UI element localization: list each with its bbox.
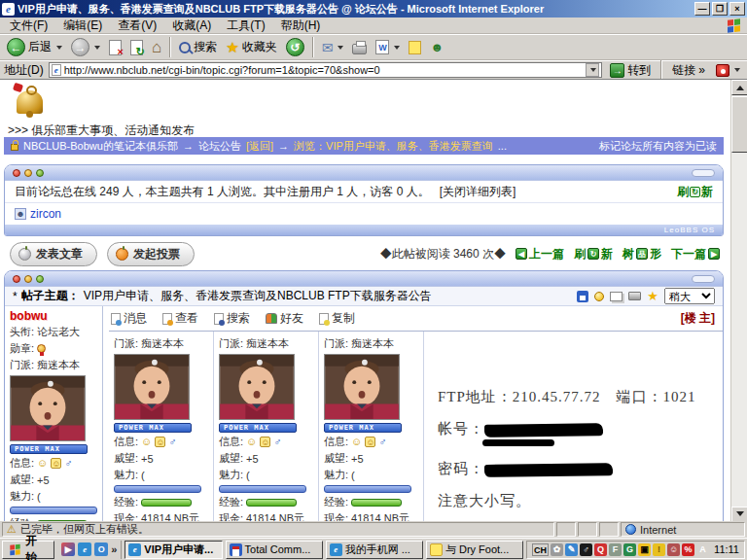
history-button[interactable]: ↺	[283, 37, 307, 57]
smiley-card-icon[interactable]: ☺	[155, 437, 165, 447]
smiley-icon[interactable]: ☺	[37, 458, 48, 469]
refresh-topic-link[interactable]: 刷 ↻ 新	[574, 246, 613, 262]
smiley-card-icon[interactable]: ☺	[260, 437, 270, 447]
copy-button[interactable]: 复制	[319, 310, 355, 327]
view-count: ◆此帖被阅读 3460 次◆	[380, 246, 506, 262]
back-dropdown-icon[interactable]	[56, 46, 62, 50]
search-posts-button[interactable]: 搜索	[214, 310, 250, 327]
mark-all-read-link[interactable]: 标记论坛所有内容为已读	[599, 139, 717, 154]
next-topic-link[interactable]: 下一篇 ▶	[671, 246, 720, 262]
print-button[interactable]	[349, 40, 370, 55]
minimize-button[interactable]: —	[694, 2, 710, 16]
font-size-select[interactable]: 稍大	[664, 288, 715, 304]
flower-tray-icon[interactable]: ✿	[551, 543, 563, 556]
close-button[interactable]: ×	[729, 2, 745, 16]
save-post-icon[interactable]	[577, 291, 588, 302]
tree-view-link[interactable]: 树 品 形	[622, 246, 661, 262]
author-name[interactable]: bobwu	[10, 309, 97, 323]
home-button[interactable]: ⌂	[149, 38, 164, 56]
notes-button[interactable]	[406, 40, 424, 55]
refresh-button[interactable]: ↻	[127, 39, 146, 56]
stop-button[interactable]: ×	[106, 39, 124, 56]
snagit-dropdown-icon[interactable]	[734, 68, 740, 72]
messenger-tray-icon[interactable]: ♂	[580, 543, 592, 556]
account-line: 帐号：	[438, 420, 719, 446]
media-player-icon[interactable]: ▶	[61, 542, 75, 556]
snagit-button[interactable]	[713, 63, 743, 78]
task-button-ie-vip[interactable]: e VIP用户申请...	[124, 541, 222, 559]
refresh-list-link[interactable]: 刷 ↻ 新	[677, 184, 713, 200]
start-button[interactable]: 开始	[2, 541, 54, 559]
smiley-tray-icon[interactable]: ☺	[667, 543, 680, 556]
prev-topic-link[interactable]: ◀ 上一篇	[516, 246, 564, 262]
smiley-icon[interactable]: ☺	[141, 437, 152, 447]
alert-icon[interactable]	[594, 292, 604, 301]
smiley-card-icon[interactable]: ☺	[51, 458, 61, 469]
go-button[interactable]: → 转到	[607, 61, 654, 80]
new-post-button[interactable]: 发表文章	[10, 242, 97, 266]
online-user-link[interactable]: zircon	[30, 207, 61, 221]
forward-button[interactable]: →	[68, 37, 103, 57]
language-indicator[interactable]: CH	[532, 543, 549, 556]
breadcrumb-site[interactable]: NBCLUB-Bobwu的笔记本俱乐部	[23, 139, 178, 154]
scroll-down-button[interactable]	[731, 507, 747, 521]
mail-button[interactable]: ✉	[319, 40, 347, 55]
gamepad-tray-icon[interactable]: G	[623, 543, 636, 556]
task-button-ie-phone[interactable]: e 我的手机网 ...	[326, 541, 423, 559]
smiley-card-icon[interactable]: ☺	[365, 437, 375, 447]
back-button[interactable]: ← 后退	[4, 37, 65, 57]
view-profile-button[interactable]: 查看	[162, 310, 198, 327]
cash-label: 现金:	[324, 511, 348, 521]
note-icon	[409, 41, 421, 54]
qq-tray-icon[interactable]: Q	[594, 543, 607, 556]
close-detail-list-link[interactable]: [关闭详细列表]	[440, 184, 516, 200]
task-button-dryfoot[interactable]: 与 Dry Foot...	[426, 541, 523, 559]
menu-favorites[interactable]: 收藏(A)	[164, 17, 219, 35]
task-button-total-commander[interactable]: Total Comm...	[226, 541, 323, 559]
links-button[interactable]: 链接 »	[669, 61, 708, 80]
messenger-button[interactable]: ☻	[427, 40, 446, 54]
restore-button[interactable]: ❐	[712, 2, 728, 16]
pencil-tray-icon[interactable]: ✎	[565, 543, 578, 556]
scrollbar-thumb[interactable]	[731, 96, 747, 153]
display-tray-icon[interactable]: ▣	[638, 543, 651, 556]
ati-tray-icon[interactable]: A	[696, 543, 709, 556]
add-friend-button[interactable]: 好友	[266, 310, 303, 327]
address-dropdown-button[interactable]	[586, 63, 599, 77]
print-post-icon[interactable]	[628, 292, 641, 300]
browser-window: e VIP用户申请、服务、香港发票查询及NBCLUB FTP下载服务器公告 @ …	[0, 0, 747, 560]
message-button[interactable]: 消息	[111, 310, 147, 327]
favorite-post-icon[interactable]: ★	[647, 290, 658, 302]
menu-view[interactable]: 查看(V)	[110, 17, 164, 35]
menu-help[interactable]: 帮助(H)	[273, 17, 329, 35]
new-poll-label: 发起投票	[133, 246, 180, 262]
address-input[interactable]: e http://www.nbclub.net/cgi-bin/topic.cg…	[49, 62, 603, 78]
breadcrumb-forum[interactable]: 论坛公告	[198, 139, 241, 154]
menu-file[interactable]: 文件(F)	[2, 17, 55, 35]
clan-value: 痴迷本本	[351, 336, 394, 351]
charm-value: (	[37, 491, 41, 503]
menu-edit[interactable]: 编辑(E)	[55, 17, 110, 35]
volume-tray-icon[interactable]: %	[682, 543, 694, 556]
edit-dropdown-icon[interactable]	[394, 46, 400, 50]
mail-dropdown-icon[interactable]	[338, 46, 343, 50]
pages-icon[interactable]	[610, 292, 622, 301]
edit-button[interactable]: W	[373, 39, 403, 55]
ie-quicklaunch-icon[interactable]: e	[78, 542, 91, 556]
quicklaunch-chevron[interactable]: »	[111, 543, 117, 555]
favorites-button[interactable]: ★ 收藏夹	[223, 38, 279, 56]
new-poll-button[interactable]: 发起投票	[107, 242, 195, 266]
smiley-icon[interactable]: ☺	[246, 437, 257, 447]
search-button[interactable]: 搜索	[176, 38, 220, 56]
outlook-icon[interactable]: O	[94, 542, 108, 556]
flashget-tray-icon[interactable]: F	[609, 543, 622, 556]
breadcrumb-back-link[interactable]: [返回]	[246, 139, 273, 154]
subject-bullet: *	[13, 290, 18, 303]
warning-tray-icon[interactable]: !	[653, 543, 665, 556]
stop-x-glyph: ×	[118, 47, 124, 56]
forward-dropdown-icon[interactable]	[94, 46, 100, 50]
smiley-icon[interactable]: ☺	[351, 437, 362, 447]
scroll-up-button[interactable]	[731, 80, 747, 95]
vertical-scrollbar[interactable]	[730, 80, 747, 521]
menu-tools[interactable]: 工具(T)	[219, 17, 272, 35]
